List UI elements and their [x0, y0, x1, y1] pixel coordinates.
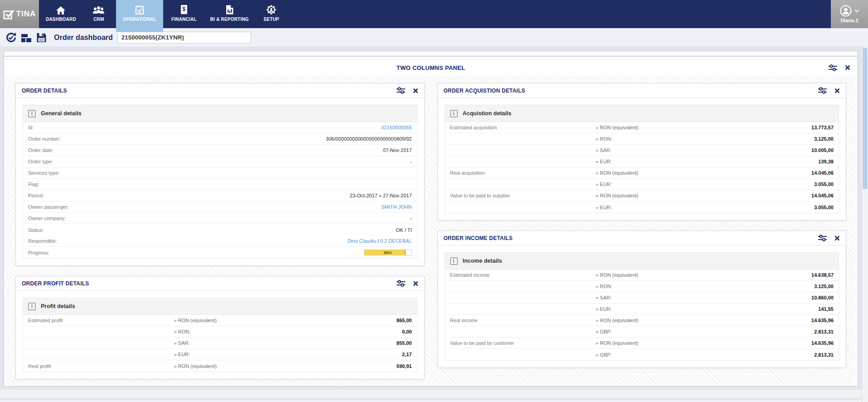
- money-label: Real acquisition: [450, 170, 596, 176]
- section-title: Profit details: [41, 303, 75, 309]
- money-label: Value to be paid to supplier: [450, 193, 596, 198]
- money-row: » RON: 3.125,00: [445, 281, 839, 292]
- vertical-scrollbar[interactable]: [862, 47, 868, 402]
- calendar-check-icon: [135, 4, 144, 15]
- page-title: Order dashboard: [54, 34, 113, 42]
- panel-close-icon[interactable]: [413, 281, 418, 286]
- layout-icon[interactable]: [21, 33, 32, 43]
- two-columns-panel: TWO COLUMNS PANEL ORDER DETAILS: [4, 51, 858, 387]
- money-currency: » EUR:: [596, 205, 611, 210]
- detail-value[interactable]: SMITH JOHN: [381, 204, 412, 210]
- nav-tab-financial[interactable]: $ FINANCIAL: [165, 0, 204, 28]
- panel-close-icon[interactable]: [845, 65, 850, 70]
- detail-value: 23-Oct-2017 » 27-Nov-2017: [350, 193, 412, 198]
- panel-settings-icon[interactable]: [829, 64, 837, 71]
- save-icon[interactable]: [36, 32, 47, 43]
- money-currency: » EUR:: [596, 181, 611, 187]
- money-value: 14.045,06: [811, 170, 834, 176]
- money-row: » GBP: 2.813,31: [445, 326, 839, 338]
- info-icon: i: [450, 257, 458, 265]
- money-currency: » RON:: [596, 136, 612, 142]
- detail-label: Id:: [28, 125, 34, 130]
- money-currency: » RON (equivalent): [174, 363, 217, 369]
- money-currency: » SAR:: [174, 340, 190, 346]
- nav-tab-label: BI & REPORTING: [210, 17, 249, 22]
- responsible-agency-link[interactable]: 0.2 DECEBAL: [380, 238, 412, 244]
- panel-order-acquisition-details: ORDER ACQUISTION DETAILS: [437, 83, 847, 221]
- money-value: 3.055,00: [814, 205, 834, 210]
- money-currency: » EUR:: [596, 306, 611, 312]
- gear-user-icon: [266, 4, 276, 15]
- right-column: ORDER ACQUISTION DETAILS: [432, 81, 852, 381]
- panel-settings-icon[interactable]: [397, 87, 405, 94]
- money-value: 0,00: [402, 329, 412, 334]
- panel-close-icon[interactable]: [834, 88, 840, 93]
- detail-row: Status: OK / TI: [23, 224, 417, 235]
- detail-value: -: [410, 216, 412, 221]
- nav-tabs: DASHBOARD CRM OPERATIONAL $ FINANCIAL BI…: [39, 0, 287, 28]
- money-currency: » RON (equivalent): [596, 170, 638, 176]
- nav-tab-bi-reporting[interactable]: BI & REPORTING: [204, 0, 256, 28]
- responsible-user-link[interactable]: Dina Claudiu: [348, 238, 376, 244]
- money-value: 3.125,00: [814, 136, 834, 142]
- panel-settings-icon[interactable]: [818, 235, 827, 241]
- money-currency: » EUR:: [174, 352, 190, 357]
- money-row: » SAR: 10.005,00: [445, 145, 839, 156]
- panel-order-profit-details: ORDER PROFIT DETAILS: [15, 276, 425, 379]
- panel-close-icon[interactable]: [834, 235, 840, 241]
- detail-row: Order number: 306/0000000000000000000000…: [23, 133, 417, 145]
- detail-label: Order date:: [28, 147, 53, 153]
- user-menu[interactable]: Diana 2: [831, 0, 868, 28]
- money-value: 14.638,57: [811, 272, 834, 278]
- money-currency: » SAR:: [596, 147, 611, 153]
- money-value: 14.635,96: [811, 340, 834, 346]
- section-income-details: i Income details: [445, 253, 839, 270]
- detail-row: Id: #2150000055: [23, 122, 417, 133]
- detail-label: Owner company:: [28, 216, 66, 221]
- order-search-input[interactable]: [117, 32, 251, 44]
- report-chart-icon: [225, 4, 234, 15]
- nav-tab-setup[interactable]: SETUP: [256, 0, 287, 28]
- money-label: Estimated income: [450, 272, 596, 278]
- panel-title: ORDER ACQUISTION DETAILS: [444, 88, 819, 94]
- brand-logo[interactable]: TINA: [0, 0, 39, 28]
- panel-settings-icon[interactable]: [397, 280, 405, 287]
- money-row: » RON: 0,00: [23, 326, 417, 338]
- section-profit-details: i Profit details: [23, 298, 417, 315]
- detail-label: Period:: [28, 193, 44, 198]
- money-row: » SAR: 855,00: [23, 338, 417, 349]
- detail-row-progress: Progress: 88%: [23, 247, 417, 258]
- money-label: Estimated acquisition: [450, 125, 596, 130]
- money-row: Real profit » RON (equivalent) 590,91: [23, 360, 417, 372]
- nav-tab-label: OPERATIONAL: [123, 17, 156, 22]
- progress-value: 88%: [364, 250, 412, 255]
- detail-row: Period: 23-Oct-2017 » 27-Nov-2017: [23, 190, 417, 201]
- money-row: Value to be paid by customer » RON (equi…: [445, 338, 839, 349]
- money-label: Real income: [450, 318, 596, 323]
- money-value: 139,38: [818, 159, 834, 164]
- panel-settings-icon[interactable]: [818, 87, 827, 94]
- nav-tab-operational[interactable]: OPERATIONAL: [116, 0, 163, 32]
- chevron-down-icon: [854, 9, 859, 13]
- nav-tab-crm[interactable]: CRM: [83, 0, 115, 28]
- detail-value[interactable]: #2150000055: [381, 125, 412, 130]
- detail-label: Order type:: [28, 159, 53, 164]
- two-columns-panel-title: TWO COLUMNS PANEL: [397, 64, 465, 71]
- panel-order-income-details: ORDER INCOME DETAILS: [437, 230, 847, 368]
- nav-tab-label: CRM: [93, 17, 104, 22]
- money-row: Estimated acquisition » RON (equivalent)…: [445, 122, 839, 133]
- nav-tab-dashboard[interactable]: DASHBOARD: [39, 0, 83, 28]
- sync-icon[interactable]: [5, 32, 17, 43]
- detail-label: Progress:: [28, 250, 49, 255]
- money-currency: » RON (equivalent): [596, 193, 638, 198]
- info-icon: i: [28, 303, 36, 310]
- user-name: Diana 2: [840, 18, 858, 23]
- left-column: ORDER DETAILS: [10, 81, 430, 381]
- detail-value: 306/0000000000000000000000809/92: [326, 136, 412, 142]
- panel-close-icon[interactable]: [413, 88, 418, 93]
- detail-row-responsible: Responsible: Dina Claudiu / 0.2 DECEBAL: [23, 235, 417, 247]
- detail-row: Flag:: [23, 179, 417, 190]
- money-row: » GBP: 2.813,31: [445, 349, 839, 360]
- nav-tab-label: DASHBOARD: [46, 17, 76, 22]
- scrollbar-thumb[interactable]: [863, 48, 867, 189]
